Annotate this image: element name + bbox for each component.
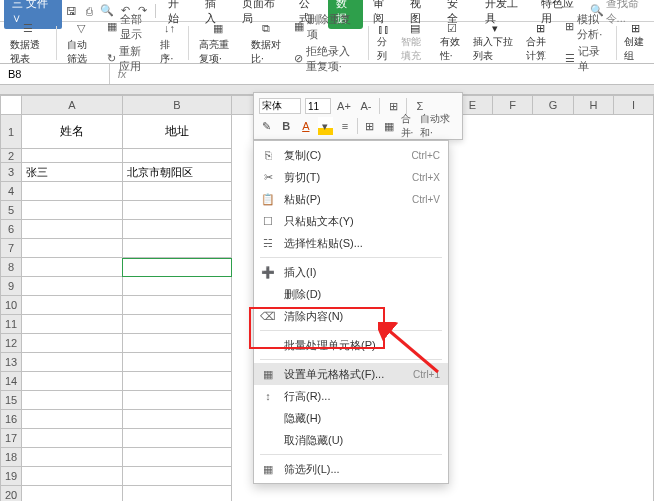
- row-header[interactable]: 13: [1, 353, 22, 372]
- cell[interactable]: [22, 467, 123, 486]
- cell[interactable]: 张三: [22, 163, 123, 182]
- data-compare-button[interactable]: ⧉ 数据对比·: [245, 19, 288, 66]
- smart-fill-button[interactable]: ▤ 智能填充: [397, 22, 434, 63]
- format-painter-icon[interactable]: ✎: [259, 117, 275, 135]
- cell[interactable]: [22, 448, 123, 467]
- cell[interactable]: [22, 182, 123, 201]
- col-header[interactable]: G: [533, 96, 573, 115]
- cell[interactable]: [22, 334, 123, 353]
- col-header[interactable]: A: [22, 96, 123, 115]
- cell[interactable]: [122, 448, 232, 467]
- ctx-paste-text[interactable]: ☐只粘贴文本(Y): [254, 210, 448, 232]
- select-all-corner[interactable]: [1, 96, 22, 115]
- cell[interactable]: [122, 467, 232, 486]
- ctx-copy[interactable]: ⎘复制(C)Ctrl+C: [254, 144, 448, 166]
- ctx-paste[interactable]: 📋粘贴(P)Ctrl+V: [254, 188, 448, 210]
- borders-icon[interactable]: ⊞: [384, 97, 402, 115]
- ctx-insert[interactable]: ➕插入(I): [254, 261, 448, 283]
- cell[interactable]: [22, 220, 123, 239]
- ctx-cut[interactable]: ✂剪切(T)Ctrl+X: [254, 166, 448, 188]
- row-header[interactable]: 15: [1, 391, 22, 410]
- pivot-table-button[interactable]: ☰ 数据透视表: [4, 19, 52, 66]
- row-header[interactable]: 14: [1, 372, 22, 391]
- align-center-icon[interactable]: ≡: [337, 117, 353, 135]
- row-header[interactable]: 16: [1, 410, 22, 429]
- cell[interactable]: [22, 315, 123, 334]
- row-header[interactable]: 9: [1, 277, 22, 296]
- row-header[interactable]: 20: [1, 486, 22, 502]
- save-icon[interactable]: 🖫: [64, 2, 80, 20]
- row-header[interactable]: 10: [1, 296, 22, 315]
- create-group-button[interactable]: ⊞ 创建组: [620, 22, 650, 63]
- sort-button[interactable]: ↓↑ 排序·: [154, 19, 184, 66]
- cell[interactable]: 地址: [122, 115, 232, 149]
- row-header[interactable]: 8: [1, 258, 22, 277]
- row-header[interactable]: 3: [1, 163, 22, 182]
- cell[interactable]: [122, 277, 232, 296]
- col-header[interactable]: H: [573, 96, 613, 115]
- row-header[interactable]: 4: [1, 182, 22, 201]
- col-header[interactable]: I: [614, 96, 654, 115]
- font-family-input[interactable]: [259, 98, 301, 114]
- decrease-font-icon[interactable]: A-: [357, 97, 375, 115]
- name-box[interactable]: B8: [0, 64, 110, 84]
- cell[interactable]: [122, 239, 232, 258]
- cell[interactable]: [122, 296, 232, 315]
- cell[interactable]: [22, 372, 123, 391]
- cell[interactable]: [22, 277, 123, 296]
- cell[interactable]: [22, 429, 123, 448]
- col-header[interactable]: F: [493, 96, 533, 115]
- cell[interactable]: [122, 410, 232, 429]
- row-header[interactable]: 1: [1, 115, 22, 149]
- insert-dropdown-button[interactable]: ▾ 插入下拉列表: [469, 22, 520, 63]
- borders2-icon[interactable]: ⊞: [362, 117, 378, 135]
- format-icon[interactable]: ▦: [381, 117, 397, 135]
- consolidate-button[interactable]: ⊞ 合并计算: [522, 22, 559, 63]
- show-all-button[interactable]: ▦全部显示: [107, 12, 148, 42]
- row-header[interactable]: 12: [1, 334, 22, 353]
- ctx-clear[interactable]: ⌫清除内容(N): [254, 305, 448, 327]
- font-color-icon[interactable]: A: [298, 117, 314, 135]
- autosum-button[interactable]: 自动求和·: [420, 117, 457, 135]
- cell[interactable]: [122, 372, 232, 391]
- ctx-batch[interactable]: 批量处理单元格(P): [254, 334, 448, 356]
- ctx-hide[interactable]: 隐藏(H): [254, 407, 448, 429]
- ctx-delete[interactable]: 删除(D): [254, 283, 448, 305]
- increase-font-icon[interactable]: A+: [335, 97, 353, 115]
- text-to-columns-button[interactable]: ⫿⫿ 分列: [373, 23, 395, 63]
- row-header[interactable]: 7: [1, 239, 22, 258]
- cell[interactable]: [22, 239, 123, 258]
- cell[interactable]: 北京市朝阳区: [122, 163, 232, 182]
- ctx-row-height[interactable]: ↕行高(R)...: [254, 385, 448, 407]
- bold-icon[interactable]: B: [279, 117, 295, 135]
- row-header[interactable]: 6: [1, 220, 22, 239]
- print-icon[interactable]: ⎙: [82, 2, 98, 20]
- cell-b8[interactable]: [122, 258, 232, 277]
- cell[interactable]: [122, 182, 232, 201]
- fx-icon[interactable]: fx: [110, 68, 134, 80]
- remove-dup-button[interactable]: ▦删除重复项: [294, 12, 360, 42]
- cell[interactable]: [22, 486, 123, 502]
- reject-dup-button[interactable]: ⊘拒绝录入重复项·: [294, 44, 360, 74]
- fill-color-icon[interactable]: ▾: [318, 117, 334, 135]
- ctx-unhide[interactable]: 取消隐藏(U): [254, 429, 448, 451]
- ctx-paste-special[interactable]: ☵选择性粘贴(S)...: [254, 232, 448, 254]
- cell[interactable]: 姓名: [22, 115, 123, 149]
- row-header[interactable]: 5: [1, 201, 22, 220]
- validation-button[interactable]: ☑ 有效性·: [436, 22, 468, 63]
- row-header[interactable]: 2: [1, 149, 22, 163]
- cell[interactable]: [122, 429, 232, 448]
- cell[interactable]: [122, 391, 232, 410]
- cell[interactable]: [122, 334, 232, 353]
- cell[interactable]: [122, 220, 232, 239]
- col-header[interactable]: B: [122, 96, 232, 115]
- cell[interactable]: [22, 258, 123, 277]
- cell[interactable]: [22, 391, 123, 410]
- highlight-dup-button[interactable]: ▦ 高亮重复项·: [193, 19, 243, 66]
- cell[interactable]: [122, 486, 232, 502]
- cell[interactable]: [122, 353, 232, 372]
- autofilter-button[interactable]: ▽ 自动筛选: [61, 19, 102, 66]
- cell[interactable]: [22, 296, 123, 315]
- cell[interactable]: [22, 149, 123, 163]
- record-form-button[interactable]: ☰记录单: [565, 44, 607, 74]
